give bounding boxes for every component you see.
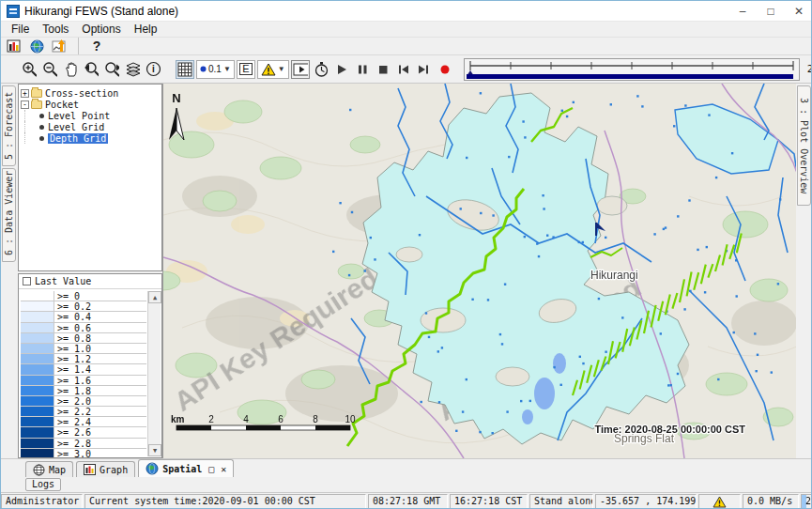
stop-button[interactable]: [374, 60, 392, 79]
zoom-out-icon: [42, 61, 57, 78]
legend-row: >= 2.6: [21, 427, 146, 438]
pan-button[interactable]: [61, 60, 80, 79]
legend-value: >= 2.8: [54, 439, 91, 448]
menu-file[interactable]: File: [5, 22, 36, 37]
scroll-up-icon[interactable]: ▲: [148, 291, 161, 303]
zoom-out-button[interactable]: [40, 60, 59, 79]
scroll-down-icon[interactable]: ▼: [148, 444, 161, 456]
legend-scrollbar[interactable]: ▲ ▼: [147, 291, 161, 456]
timeseries-button[interactable]: [50, 37, 69, 55]
hand-icon: [63, 61, 78, 78]
map-time-label: Time: 2020-08-25 00:00:00 CST: [594, 424, 745, 435]
skip-to-start-icon: [396, 63, 410, 76]
status-user: Administrator: [1, 494, 83, 509]
color-swatch: [21, 344, 54, 353]
svg-text:8: 8: [313, 414, 318, 424]
legend-table: >= 0 >= 0.2 >= 0.4: [21, 291, 146, 457]
grid-icon: [177, 62, 192, 77]
color-swatch: [21, 364, 54, 374]
checkbox-unchecked-icon[interactable]: [23, 277, 31, 285]
chevron-down-icon: ▼: [278, 65, 285, 73]
dot-icon: [200, 66, 207, 72]
timeline-slider[interactable]: [464, 58, 800, 81]
info-icon: i: [146, 61, 161, 77]
tree-item-cross-section[interactable]: + Cross-section: [21, 87, 161, 99]
tree-item-level-grid[interactable]: Level Grid: [21, 121, 161, 132]
main-area: 5 : Forecast 6 : Data Viewer + Cross-sec…: [1, 84, 812, 458]
record-icon: [438, 63, 452, 76]
legend-value: >= 3.0: [54, 449, 91, 457]
color-swatch: [21, 427, 54, 437]
zoom-next-button[interactable]: [102, 60, 121, 79]
svg-text:N: N: [172, 91, 180, 105]
tree-connector: [24, 121, 38, 132]
go-to-start-button[interactable]: [394, 60, 413, 79]
collapse-icon[interactable]: -: [21, 100, 29, 109]
tab-spatial[interactable]: Spatial □ ✕: [138, 459, 234, 477]
tree-item-pocket[interactable]: - Pocket: [21, 99, 161, 110]
menu-tools[interactable]: Tools: [36, 22, 75, 37]
legend-value: >= 2.6: [54, 427, 91, 437]
last-value-option[interactable]: Last Value: [19, 274, 161, 289]
help-button[interactable]: ?: [87, 37, 106, 55]
logs-button[interactable]: Logs: [25, 478, 61, 491]
tab-graph[interactable]: Graph: [76, 461, 135, 477]
map-display-button[interactable]: [27, 37, 46, 55]
map-canvas[interactable]: API Key Required API Key Required: [163, 84, 797, 458]
legend-value: >= 0: [54, 291, 80, 301]
panel-close-icon[interactable]: ✕: [221, 464, 226, 474]
color-swatch: [21, 376, 54, 385]
status-bar: Administrator Current system time:2020-0…: [1, 493, 812, 509]
legend-row: >= 1.0: [21, 344, 146, 354]
bullet-icon: [39, 136, 44, 141]
globe-icon: [30, 39, 44, 54]
go-to-end-button[interactable]: [415, 60, 434, 79]
close-button[interactable]: ✕: [785, 1, 812, 21]
timeline-ruler: [465, 59, 799, 80]
zoom-in-button[interactable]: [20, 60, 38, 79]
tree-item-depth-grid[interactable]: Depth Grid: [21, 132, 161, 144]
color-swatch: [21, 407, 54, 416]
legend-row: >= 1.8: [21, 386, 146, 396]
app-window: Hikurangi FEWS (Stand alone) – □ ✕ File …: [0, 0, 812, 509]
info-button[interactable]: i: [144, 60, 162, 79]
legend-value: >= 1.4: [54, 364, 91, 374]
last-value-label: Last Value: [35, 276, 91, 286]
interval-value: 0.1: [208, 64, 222, 74]
record-button[interactable]: [436, 60, 454, 79]
status-warning[interactable]: [698, 494, 741, 509]
app-icon: [7, 5, 20, 18]
skip-to-end-icon: [417, 63, 431, 76]
tree-item-level-point[interactable]: Level Point: [21, 110, 161, 121]
contour-interval-dropdown[interactable]: 0.1 ▼: [196, 60, 235, 79]
layers-button[interactable]: [123, 60, 142, 79]
animation-timer-button[interactable]: [312, 60, 330, 79]
pause-button[interactable]: [353, 60, 372, 79]
tab-plot-overview[interactable]: 3 : Plot Overview: [797, 85, 811, 206]
animation-export-button[interactable]: [291, 60, 310, 79]
tab-data-viewer[interactable]: 6 : Data Viewer: [2, 168, 16, 262]
explorer-button[interactable]: [5, 37, 23, 55]
labels-button[interactable]: E: [237, 60, 255, 79]
panel-maximize-icon[interactable]: □: [208, 464, 214, 474]
legend-panel: Last Value >= 0 >= 0.2: [18, 273, 162, 458]
color-swatch: [21, 291, 54, 301]
minimize-button[interactable]: –: [728, 1, 757, 21]
legend-row: >= 3.0: [21, 449, 146, 457]
menu-help[interactable]: Help: [128, 22, 164, 37]
maximize-button[interactable]: □: [757, 1, 785, 21]
tab-forecast[interactable]: 5 : Forecast: [2, 85, 16, 166]
legend-value: >= 1.0: [54, 344, 91, 353]
menu-options[interactable]: Options: [75, 22, 127, 37]
legend-row: >= 0.8: [21, 333, 146, 344]
warnings-dropdown[interactable]: ▼: [257, 60, 289, 79]
play-button[interactable]: [332, 60, 351, 79]
legend-value: >= 1.6: [54, 376, 91, 385]
color-swatch: [21, 449, 54, 457]
expand-icon[interactable]: +: [21, 89, 29, 98]
color-swatch: [21, 439, 54, 448]
grid-toggle-button[interactable]: [176, 60, 194, 79]
svg-text:i: i: [152, 64, 155, 74]
zoom-previous-button[interactable]: [82, 60, 100, 79]
tab-map[interactable]: Map: [25, 461, 73, 477]
